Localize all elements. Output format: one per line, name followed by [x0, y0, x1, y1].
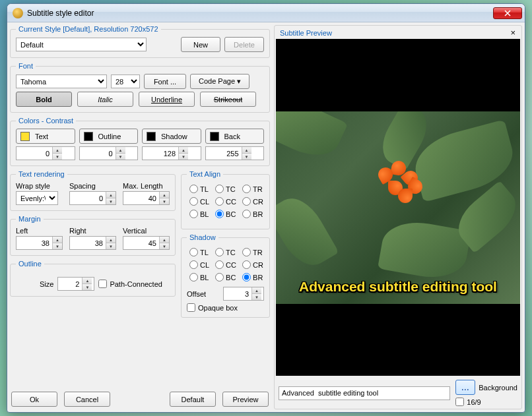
maxlen-spinner[interactable]: ▲▼: [123, 191, 170, 205]
up-arrow-icon[interactable]: ▲: [106, 192, 116, 198]
shadow-align-radio-cl[interactable]: CL: [189, 260, 210, 269]
colors-group: Colors - Contrast Text ▲▼ Outline ▲▼ Sha…: [10, 117, 270, 166]
shadow-legend: Shadow: [187, 233, 218, 241]
color-picker-text[interactable]: Text: [16, 129, 75, 144]
margin-legend: Margin: [16, 215, 44, 223]
background-chooser-button[interactable]: ...: [455, 380, 475, 395]
color-value-spinner-back[interactable]: ▲▼: [205, 146, 265, 160]
color-col-shadow: Shadow ▲▼: [142, 129, 201, 160]
down-arrow-icon[interactable]: ▼: [160, 198, 169, 204]
app-icon: [13, 8, 23, 18]
text-align-radio-br[interactable]: BR: [242, 210, 264, 218]
font-name-select[interactable]: Tahoma: [16, 74, 107, 88]
bottom-button-row: Ok Cancel Default Preview: [10, 388, 270, 409]
text-align-radio-cl[interactable]: CL: [189, 197, 210, 206]
preview-text-input[interactable]: [279, 386, 450, 400]
color-swatch-icon: [20, 132, 30, 141]
subtitle-style-editor-window: Subtitle style editor Current Style [Def…: [7, 3, 525, 413]
color-picker-shadow[interactable]: Shadow: [142, 129, 201, 144]
shadow-align-radio-tl[interactable]: TL: [189, 248, 210, 256]
wrap-style-select[interactable]: Evenly:\N: [16, 191, 58, 205]
style-select[interactable]: Default: [16, 38, 147, 51]
shadow-offset-spinner[interactable]: ▲▼: [223, 287, 264, 301]
shadow-align-radio-cr[interactable]: CR: [242, 260, 264, 269]
preview-video-frame: Advanced subtitle editing tool: [276, 111, 520, 304]
outline-group: Outline Size ▲▼ Path-Connected: [10, 260, 176, 297]
shadow-align-radio-br[interactable]: BR: [242, 273, 264, 282]
margin-right-spinner[interactable]: ▲▼: [69, 236, 116, 250]
ok-button[interactable]: Ok: [11, 392, 57, 407]
color-swatch-icon: [84, 132, 93, 141]
margin-left-label: Left: [16, 227, 63, 235]
spacing-spinner[interactable]: ▲▼: [69, 191, 116, 205]
outline-legend: Outline: [16, 260, 44, 268]
shadow-align-radio-tc[interactable]: TC: [215, 248, 237, 256]
close-button[interactable]: [493, 7, 522, 19]
text-align-radio-tc[interactable]: TC: [215, 185, 237, 193]
preview-close-button[interactable]: ×: [508, 28, 517, 38]
subtitle-overlay: Advanced subtitle editing tool: [276, 279, 520, 295]
cancel-button[interactable]: Cancel: [64, 392, 110, 407]
colors-legend: Colors - Contrast: [16, 117, 76, 125]
color-value-spinner-shadow[interactable]: ▲▼: [142, 146, 201, 160]
margin-vert-label: Vertical: [123, 227, 170, 235]
text-align-radio-cc[interactable]: CC: [215, 197, 237, 206]
text-align-radio-tr[interactable]: TR: [242, 185, 264, 193]
color-col-back: Back ▲▼: [205, 129, 265, 160]
font-group: Font Tahoma 28 Font ... Code Page ▾ Bold…: [10, 62, 270, 113]
margin-vert-spinner[interactable]: ▲▼: [123, 236, 170, 250]
code-page-button[interactable]: Code Page ▾: [190, 74, 249, 89]
underline-toggle[interactable]: Underline: [139, 92, 195, 107]
color-picker-outline[interactable]: Outline: [79, 129, 139, 144]
ratio-16-9-checkbox[interactable]: 16/9: [455, 398, 517, 406]
font-legend: Font: [16, 62, 36, 70]
color-picker-back[interactable]: Back: [205, 129, 265, 144]
text-align-radio-bl[interactable]: BL: [189, 210, 210, 218]
background-label: Background: [479, 384, 517, 392]
color-label: Shadow: [161, 133, 187, 140]
shadow-align-radio-bl[interactable]: BL: [189, 273, 210, 282]
spacing-label: Spacing: [69, 182, 116, 190]
preview-panel: Subtitle Preview ×: [274, 25, 522, 409]
color-swatch-icon: [147, 132, 156, 141]
strikeout-toggle[interactable]: Strikeout: [200, 92, 256, 107]
color-col-text: Text ▲▼: [16, 129, 75, 160]
opaque-box-checkbox[interactable]: Opaque box: [187, 303, 238, 312]
text-align-radio-bc[interactable]: BC: [215, 210, 237, 218]
down-arrow-icon[interactable]: ▼: [106, 198, 116, 204]
titlebar: Subtitle style editor: [7, 4, 525, 22]
default-button[interactable]: Default: [170, 392, 216, 407]
text-align-legend: Text Align: [187, 170, 223, 178]
spacing-input[interactable]: [70, 192, 106, 204]
preview-legend: Subtitle Preview: [280, 29, 332, 37]
text-rendering-group: Text rendering Wrap style Evenly:\N Spac…: [10, 170, 176, 211]
current-style-group: Current Style [Default], Resolution 720x…: [10, 25, 270, 58]
up-arrow-icon[interactable]: ▲: [160, 192, 169, 198]
shadow-align-radio-tr[interactable]: TR: [242, 248, 264, 256]
shadow-align-radio-bc[interactable]: BC: [215, 273, 237, 282]
color-label: Outline: [98, 133, 121, 140]
color-value-spinner-outline[interactable]: ▲▼: [79, 146, 139, 160]
text-align-radio-tl[interactable]: TL: [189, 185, 210, 193]
preview-canvas: Advanced subtitle editing tool: [276, 39, 520, 376]
font-dialog-button[interactable]: Font ...: [144, 74, 186, 89]
font-size-select[interactable]: 28: [111, 74, 140, 88]
color-value-spinner-text[interactable]: ▲▼: [16, 146, 75, 160]
text-rendering-legend: Text rendering: [16, 170, 67, 178]
delete-style-button[interactable]: Delete: [224, 37, 264, 52]
margin-left-spinner[interactable]: ▲▼: [16, 236, 63, 250]
shadow-align-radio-cc[interactable]: CC: [215, 260, 237, 269]
color-label: Back: [224, 133, 240, 140]
new-style-button[interactable]: New: [181, 37, 220, 52]
maxlen-input[interactable]: [123, 192, 159, 204]
close-icon: [504, 10, 511, 16]
text-align-radio-cr[interactable]: CR: [242, 197, 264, 206]
window-title: Subtitle style editor: [27, 9, 493, 18]
path-connected-checkbox[interactable]: Path-Connected: [98, 280, 162, 288]
margin-group: Margin Left ▲▼ Right ▲▼ Vertical: [10, 215, 176, 256]
outline-size-spinner[interactable]: ▲▼: [57, 277, 94, 291]
current-style-legend: Current Style [Default], Resolution 720x…: [16, 25, 161, 33]
italic-toggle[interactable]: Italic: [77, 92, 133, 107]
preview-button[interactable]: Preview: [222, 392, 269, 407]
bold-toggle[interactable]: Bold: [16, 92, 72, 107]
